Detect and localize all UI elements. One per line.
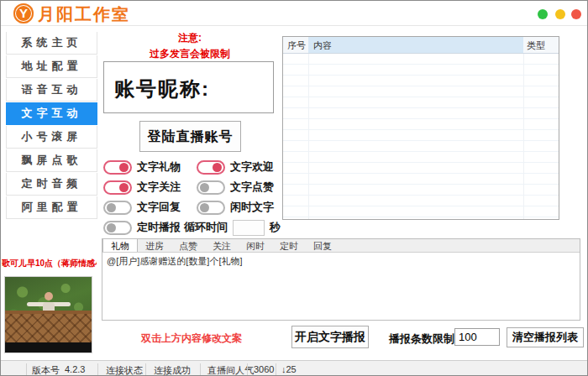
toggle-row-text-gift: 文字礼物 — [103, 159, 181, 175]
column-divider — [308, 54, 309, 219]
toggle-label: 闲时文字 — [230, 200, 274, 215]
start-text-broadcast-button[interactable]: 开启文字播报 — [291, 326, 369, 348]
toggle-knob — [107, 223, 116, 232]
loop-time-label: 循环时间 — [184, 220, 228, 235]
sidebar-item-label: 飘屏点歌 — [22, 154, 82, 166]
sidebar-item-label: 阿里配置 — [22, 201, 82, 213]
sidebar-item-label: 小号滚屏 — [22, 130, 82, 143]
toggle-row-text-reply: 文字回复 — [103, 199, 181, 216]
sidebar-item-voice-interaction[interactable]: 语音互动 — [6, 79, 97, 102]
broadcast-limit-input[interactable] — [454, 328, 500, 346]
tab-label: 关注 — [213, 241, 231, 251]
login-live-account-button[interactable]: 登陆直播账号 — [139, 121, 241, 152]
tab-follow[interactable]: 关注 — [205, 239, 239, 252]
person-head — [45, 292, 53, 300]
logo-letter: Y — [19, 6, 28, 20]
window-control-red[interactable] — [571, 9, 581, 19]
column-header-type[interactable]: 类型 — [523, 37, 559, 53]
window-control-yellow[interactable] — [555, 9, 565, 19]
sidebar-item-label: 系统主页 — [22, 36, 82, 49]
tab-reply[interactable]: 回复 — [306, 239, 339, 252]
tab-like[interactable]: 点赞 — [171, 239, 205, 252]
tab-label: 点赞 — [179, 241, 197, 251]
tab-label: 回复 — [313, 241, 332, 251]
sidebar-item-text-interaction[interactable]: 文字互动 — [6, 102, 97, 125]
toggle-label: 定时播报 — [137, 220, 181, 235]
window-title: 月阳工作室 — [38, 3, 130, 26]
connection-status-value: 连接成功 — [154, 364, 191, 376]
toggle-knob — [200, 183, 209, 192]
tab-gift[interactable]: 礼物 — [102, 239, 138, 252]
status-divider — [26, 363, 27, 375]
sidebar-item-label: 地址配置 — [22, 60, 82, 72]
toggle-label: 文字点赞 — [230, 180, 274, 195]
sidebar-item-timed-audio[interactable]: 定时音频 — [6, 173, 97, 196]
clear-broadcast-list-button[interactable]: 清空播报列表 — [507, 327, 584, 347]
template-tabs: 礼物 进房 点赞 关注 闲时 定时 回复 — [102, 239, 580, 252]
app-window: Y 月阳工作室 系统主页 地址配置 语音互动 文字互动 小号滚屏 飘屏点歌 定时… — [0, 0, 588, 376]
tab-timed[interactable]: 定时 — [272, 239, 306, 252]
broadcast-table-header: 序号 内容 类型 — [283, 37, 559, 54]
toggle-timed-broadcast[interactable] — [103, 221, 132, 235]
column-header-content[interactable]: 内容 — [308, 37, 523, 53]
toggle-row-idle-text: 闲时文字 — [197, 199, 274, 216]
warning-title: 注意: — [152, 31, 228, 45]
titlebar: Y 月阳工作室 — [1, 1, 587, 26]
toggle-text-follow[interactable] — [103, 180, 132, 195]
schedule-notice: 歌可儿早10点（蒋师情感小 — [2, 258, 97, 269]
templates-panel: 礼物 进房 点赞 关注 闲时 定时 回复 @[用户]感谢赠送的[数量]个[礼物] — [102, 238, 580, 321]
toggle-knob — [213, 163, 222, 172]
sidebar-item-address-config[interactable]: 地址配置 — [6, 55, 97, 78]
version-value: 4.2.3 — [65, 364, 85, 374]
tab-enter-room[interactable]: 进房 — [138, 239, 171, 252]
sidebar-item-label: 语音互动 — [22, 83, 82, 96]
sidebar-item-label: 文字互动 — [22, 107, 82, 119]
statusbar: 版本号 4.2.3 连接状态 连接成功 直播间人气 3060 ↓25 — [1, 360, 587, 376]
toggle-idle-text[interactable] — [197, 201, 225, 215]
template-content[interactable]: @[用户]感谢赠送的[数量]个[礼物] — [102, 252, 580, 320]
connection-status-label: 连接状态 — [106, 364, 143, 376]
status-divider — [200, 363, 201, 375]
toggle-label: 文字关注 — [137, 180, 181, 195]
status-divider — [145, 363, 146, 375]
broadcast-table-body — [283, 54, 559, 219]
tab-label: 定时 — [280, 241, 298, 251]
toggle-row-timed-broadcast: 定时播报 — [103, 219, 181, 236]
toggle-label: 文字礼物 — [137, 159, 181, 175]
warning-text: 过多发言会被限制 — [118, 47, 261, 61]
sidebar-item-system-home[interactable]: 系统主页 — [6, 32, 97, 55]
status-divider — [97, 363, 98, 375]
sidebar-item-label: 定时音频 — [22, 177, 82, 190]
account-nickname-box: 账号昵称: — [103, 61, 274, 113]
video-bottom-bar — [5, 342, 92, 352]
toggle-knob — [107, 203, 116, 212]
toggle-text-reply[interactable] — [103, 201, 132, 215]
toggle-row-text-follow: 文字关注 — [103, 179, 181, 196]
toggle-knob — [119, 183, 129, 192]
window-control-green[interactable] — [538, 9, 548, 19]
video-thumbnail[interactable] — [4, 276, 92, 353]
toggle-text-like[interactable] — [197, 180, 225, 195]
column-header-index[interactable]: 序号 — [283, 37, 308, 53]
wooden-fence — [5, 311, 92, 342]
popularity-delta: ↓25 — [281, 364, 297, 374]
sidebar-item-float-screen-song[interactable]: 飘屏点歌 — [6, 149, 97, 172]
column-divider — [523, 54, 524, 219]
toggle-label: 文字回复 — [137, 200, 181, 215]
sidebar-item-ali-config[interactable]: 阿里配置 — [6, 196, 97, 219]
tab-idle[interactable]: 闲时 — [239, 239, 272, 252]
loop-time-input[interactable] — [233, 220, 265, 236]
tab-label: 礼物 — [111, 241, 129, 251]
tab-label: 闲时 — [246, 241, 265, 251]
broadcast-table[interactable]: 序号 内容 类型 — [282, 36, 559, 220]
sidebar-item-alt-account-scroll[interactable]: 小号滚屏 — [6, 126, 97, 149]
account-nickname-label: 账号昵称: — [114, 76, 210, 102]
toggle-row-text-like: 文字点赞 — [197, 179, 274, 196]
version-label: 版本号 — [32, 364, 60, 376]
status-divider — [276, 363, 276, 375]
app-logo-icon: Y — [13, 3, 34, 24]
status-divider — [247, 363, 248, 375]
popularity-value: 3060 — [254, 364, 274, 374]
toggle-text-welcome[interactable] — [197, 160, 225, 175]
toggle-text-gift[interactable] — [103, 160, 132, 175]
